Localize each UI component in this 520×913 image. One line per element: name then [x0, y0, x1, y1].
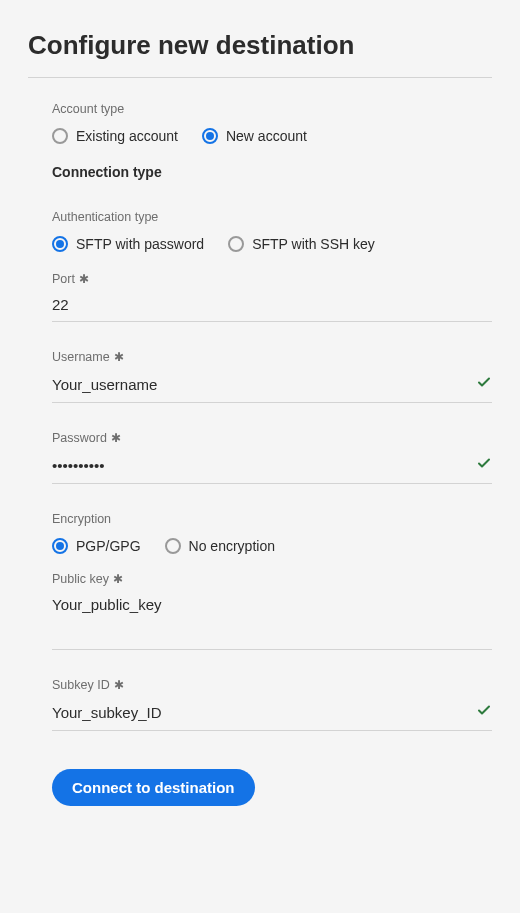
radio-label: No encryption — [189, 538, 275, 554]
radio-icon-selected — [202, 128, 218, 144]
encryption-label: Encryption — [52, 512, 492, 526]
port-label: Port ✱ — [52, 272, 492, 286]
radio-icon — [52, 128, 68, 144]
account-type-existing[interactable]: Existing account — [52, 128, 178, 144]
username-field: Username ✱ — [52, 350, 492, 403]
page-title: Configure new destination — [28, 30, 492, 61]
radio-icon — [228, 236, 244, 252]
public-key-label: Public key ✱ — [52, 572, 492, 586]
connect-button[interactable]: Connect to destination — [52, 769, 255, 806]
radio-icon-selected — [52, 236, 68, 252]
username-input[interactable] — [52, 376, 468, 393]
required-icon: ✱ — [114, 678, 124, 692]
password-label: Password ✱ — [52, 431, 492, 445]
connection-type-title: Connection type — [52, 164, 492, 180]
public-key-field: Public key ✱ — [52, 572, 492, 621]
subkey-id-field: Subkey ID ✱ — [52, 678, 492, 731]
checkmark-icon — [476, 374, 492, 394]
authentication-type-radio-group: SFTP with password SFTP with SSH key — [52, 236, 492, 252]
username-label: Username ✱ — [52, 350, 492, 364]
radio-label: SFTP with password — [76, 236, 204, 252]
encryption-none[interactable]: No encryption — [165, 538, 275, 554]
subkey-id-label: Subkey ID ✱ — [52, 678, 492, 692]
password-input[interactable] — [52, 457, 468, 474]
radio-icon — [165, 538, 181, 554]
radio-label: SFTP with SSH key — [252, 236, 375, 252]
checkmark-icon — [476, 702, 492, 722]
divider — [52, 649, 492, 650]
encryption-pgp[interactable]: PGP/GPG — [52, 538, 141, 554]
port-input[interactable] — [52, 296, 492, 313]
title-divider — [28, 77, 492, 78]
required-icon: ✱ — [79, 272, 89, 286]
public-key-input[interactable] — [52, 596, 492, 613]
required-icon: ✱ — [114, 350, 124, 364]
auth-sftp-ssh[interactable]: SFTP with SSH key — [228, 236, 375, 252]
encryption-field: Encryption PGP/GPG No encryption — [52, 512, 492, 554]
radio-icon-selected — [52, 538, 68, 554]
account-type-new[interactable]: New account — [202, 128, 307, 144]
password-field: Password ✱ — [52, 431, 492, 484]
port-field: Port ✱ — [52, 272, 492, 322]
checkmark-icon — [476, 455, 492, 475]
account-type-radio-group: Existing account New account — [52, 128, 492, 144]
account-type-label: Account type — [52, 102, 492, 116]
auth-sftp-password[interactable]: SFTP with password — [52, 236, 204, 252]
subkey-id-input[interactable] — [52, 704, 468, 721]
radio-label: PGP/GPG — [76, 538, 141, 554]
radio-label: New account — [226, 128, 307, 144]
authentication-type-label: Authentication type — [52, 210, 492, 224]
required-icon: ✱ — [113, 572, 123, 586]
required-icon: ✱ — [111, 431, 121, 445]
radio-label: Existing account — [76, 128, 178, 144]
